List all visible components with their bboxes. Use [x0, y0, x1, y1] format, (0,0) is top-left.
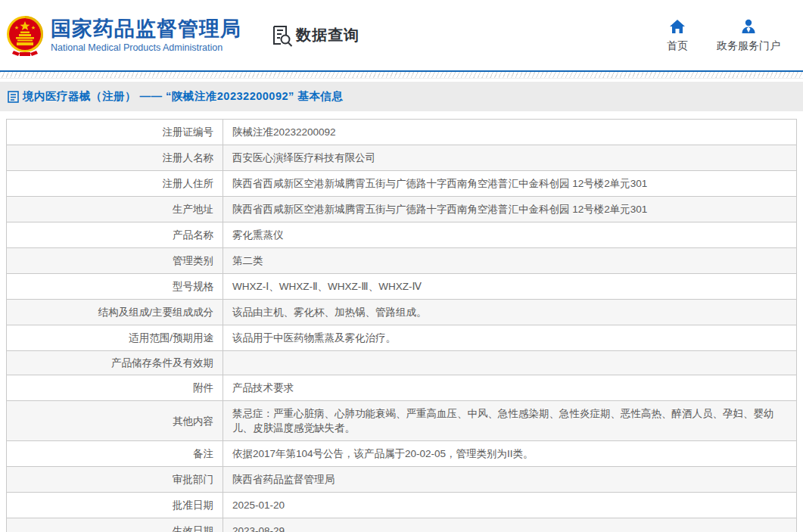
row-value: 陕西省西咸新区空港新城腾霄五街与广德路十字西南角空港普汇中金科创园 12号楼2单…	[223, 171, 796, 196]
row-label: 结构及组成/主要组成成分	[7, 300, 223, 325]
org-name-en: National Medical Products Administration	[51, 42, 241, 53]
row-label: 注册人住所	[7, 171, 223, 196]
row-label: 注册证编号	[7, 120, 223, 145]
document-search-icon	[270, 24, 293, 47]
breadcrumb: 境内医疗器械（注册） —— “陕械注准20232200092” 基本信息	[0, 82, 803, 111]
data-query-label: 数据查询	[296, 25, 359, 45]
page-header: 国家药品监督管理局 National Medical Products Admi…	[0, 0, 803, 70]
row-value: 该品用于中医药物熏蒸及雾化治疗。	[223, 325, 796, 350]
table-row: 适用范围/预期用途 该品用于中医药物熏蒸及雾化治疗。	[7, 325, 796, 351]
table-row: 附件 产品技术要求	[7, 375, 796, 401]
top-nav: 首页 政务服务门户	[667, 18, 780, 53]
row-label: 生效日期	[7, 518, 223, 532]
row-value: 第二类	[223, 248, 796, 273]
row-value: 依据2017年第104号公告，该产品属于20-02-05，管理类别为II类。	[223, 441, 796, 466]
row-label: 适用范围/预期用途	[7, 325, 223, 350]
row-value: 该品由主机、雾化杯、加热锅、管路组成。	[223, 300, 796, 325]
row-value: 陕西省西咸新区空港新城腾霄五街与广德路十字西南角空港普汇中金科创园 12号楼2单…	[223, 197, 796, 222]
table-row: 批准日期 2025-01-20	[7, 493, 796, 518]
row-label: 批准日期	[7, 493, 223, 518]
table-row: 产品名称 雾化熏蒸仪	[7, 222, 796, 248]
row-label: 型号规格	[7, 274, 223, 299]
user-icon	[740, 18, 757, 35]
table-row: 结构及组成/主要组成成分 该品由主机、雾化杯、加热锅、管路组成。	[7, 300, 796, 325]
national-emblem-icon	[6, 14, 44, 56]
hatch-stripe-band	[0, 72, 803, 79]
nmpa-logo[interactable]: 国家药品监督管理局 National Medical Products Admi…	[6, 14, 241, 56]
row-label: 管理类别	[7, 248, 223, 273]
row-value: 禁忌症：严重心脏病、心肺功能衰竭、严重高血压、中风、急性感染期、急性炎症期、恶性…	[223, 401, 796, 440]
nav-portal-label: 政务服务门户	[717, 39, 780, 53]
row-value: 产品技术要求	[223, 375, 796, 400]
row-value: WHXZ-Ⅰ、WHXZ-Ⅱ、WHXZ-Ⅲ、WHXZ-Ⅳ	[223, 274, 796, 299]
table-row: 型号规格 WHXZ-Ⅰ、WHXZ-Ⅱ、WHXZ-Ⅲ、WHXZ-Ⅳ	[7, 274, 796, 300]
row-label: 生产地址	[7, 197, 223, 222]
data-query-entry[interactable]: 数据查询	[270, 24, 359, 47]
table-row: 审批部门 陕西省药品监督管理局	[7, 467, 796, 493]
table-row: 管理类别 第二类	[7, 248, 796, 274]
row-label: 产品名称	[7, 222, 223, 247]
table-row: 注册人住所 陕西省西咸新区空港新城腾霄五街与广德路十字西南角空港普汇中金科创园 …	[7, 171, 796, 197]
row-value	[223, 351, 796, 375]
nav-home-label: 首页	[667, 39, 688, 53]
row-label: 审批部门	[7, 467, 223, 492]
table-row: 生效日期 2023-08-29	[7, 518, 796, 532]
breadcrumb-text[interactable]: 境内医疗器械（注册） —— “陕械注准20232200092” 基本信息	[23, 89, 343, 104]
nav-home[interactable]: 首页	[667, 18, 688, 53]
home-icon	[669, 18, 686, 35]
row-label: 备注	[7, 441, 223, 466]
table-row: 注册人名称 西安医心演绎医疗科技有限公司	[7, 145, 796, 171]
row-value: 2025-01-20	[223, 493, 796, 518]
table-row: 其他内容 禁忌症：严重心脏病、心肺功能衰竭、严重高血压、中风、急性感染期、急性炎…	[7, 401, 796, 441]
org-name-cn: 国家药品监督管理局	[51, 17, 241, 40]
row-label: 产品储存条件及有效期	[7, 351, 223, 375]
registration-table: 注册证编号 陕械注准20232200092 注册人名称 西安医心演绎医疗科技有限…	[6, 119, 797, 532]
nav-portal[interactable]: 政务服务门户	[717, 18, 780, 53]
table-row: 备注 依据2017年第104号公告，该产品属于20-02-05，管理类别为II类…	[7, 441, 796, 467]
table-row: 注册证编号 陕械注准20232200092	[7, 120, 796, 145]
table-row: 生产地址 陕西省西咸新区空港新城腾霄五街与广德路十字西南角空港普汇中金科创园 1…	[7, 197, 796, 222]
row-label: 附件	[7, 375, 223, 400]
row-value: 陕械注准20232200092	[223, 120, 796, 145]
row-value: 西安医心演绎医疗科技有限公司	[223, 145, 796, 170]
org-name-block: 国家药品监督管理局 National Medical Products Admi…	[51, 17, 241, 53]
row-value: 陕西省药品监督管理局	[223, 467, 796, 492]
row-label: 注册人名称	[7, 145, 223, 170]
row-value: 雾化熏蒸仪	[223, 222, 796, 247]
row-label: 其他内容	[7, 401, 223, 440]
row-value: 2023-08-29	[223, 518, 796, 532]
document-icon	[8, 91, 19, 103]
table-row: 产品储存条件及有效期	[7, 351, 796, 375]
